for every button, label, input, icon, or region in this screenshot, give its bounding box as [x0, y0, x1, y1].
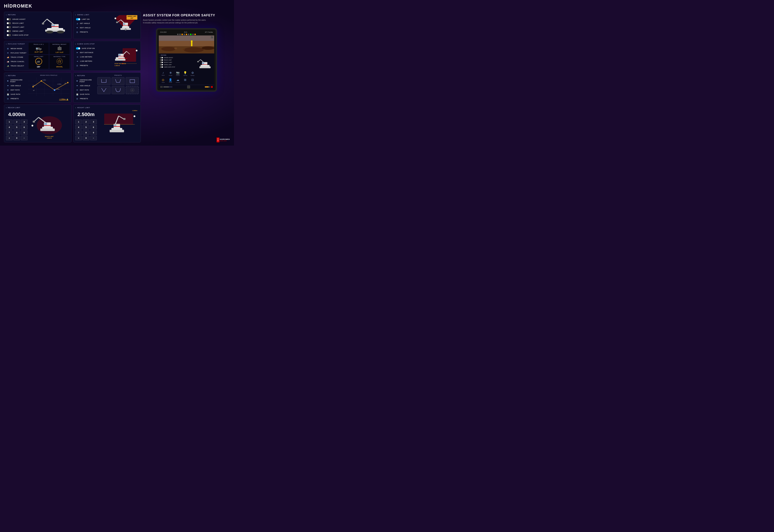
menu-add-discard-point[interactable]: ⊕ ADD/DISCARD POINT [6, 78, 27, 84]
numpad-3[interactable]: 3 [21, 120, 28, 124]
preset-btn-3[interactable] [126, 77, 139, 85]
menu-edit-distance[interactable]: ✏ EDIT DISTANCE [75, 50, 111, 55]
reach-limit-toggle[interactable] [7, 22, 11, 24]
back-arrow-presets[interactable]: ‹ [75, 75, 76, 77]
tablet-icon-extra1[interactable]: ⊞ [182, 77, 188, 84]
menu-presets-presets[interactable]: ◷ PRESETS [75, 96, 96, 101]
tablet-icon-extra2[interactable]: ⊡ [189, 77, 196, 84]
numpad-5[interactable]: 5 [13, 125, 20, 130]
preset-btn-4[interactable] [97, 86, 111, 94]
menu-save-path-presets[interactable]: 💾 SAVE PATH [75, 92, 96, 96]
tablet-icon-connect[interactable]: ☁ Connect [175, 77, 181, 84]
preset-btn-add[interactable] [126, 86, 139, 94]
menu-grade-assist[interactable]: GRADE ASSIST [6, 17, 40, 21]
bottom-icon-1[interactable] [160, 86, 163, 88]
height-numpad-0[interactable]: 0 [83, 136, 89, 140]
height-numpad-minus[interactable]: − [90, 136, 97, 140]
numpad-0[interactable]: 0 [13, 136, 20, 140]
tablet-icon-settings[interactable]: ⚙ Settings [189, 70, 196, 77]
back-arrow-cabin[interactable]: ‹ [75, 43, 76, 45]
menu-edit-path-presets[interactable]: ✏ EDIT PATH [75, 88, 96, 92]
tablet-swing-toggle[interactable] [160, 64, 163, 66]
tablet-icon-climate[interactable]: ❄ Climate [167, 70, 174, 77]
menu-truck-cancel[interactable]: 🚛 TRUCK CANCEL [6, 59, 28, 64]
safe-stop-toggle[interactable] [76, 47, 80, 49]
menu-edit-angle[interactable]: ✏ EDIT ANGLE [75, 26, 111, 30]
tablet-height-toggle[interactable] [160, 62, 163, 63]
menu-1000-meters[interactable]: ⇥ 1.000 METERS [75, 55, 111, 59]
height-numpad-2[interactable]: 2 [83, 120, 89, 124]
menu-set-angle[interactable]: ⊿ SET ANGLE [75, 21, 111, 26]
tablet-icon-assist[interactable]: ◎ Assist [160, 77, 167, 84]
back-arrow-height[interactable]: ‹ [75, 107, 76, 109]
numpad-4[interactable]: 4 [6, 125, 13, 130]
cabin-safe-toggle[interactable] [7, 34, 11, 36]
grade-assist-toggle[interactable] [7, 18, 11, 20]
numpad-2[interactable]: 2 [13, 120, 20, 124]
tablet-icon-lighting[interactable]: 💡 Lighting [182, 70, 188, 77]
back-arrow-path[interactable]: ‹ [6, 75, 7, 77]
menu-payload-target[interactable]: ✏ PAYLOAD TARGET [6, 51, 28, 55]
height-numpad-1[interactable]: 1 [75, 120, 82, 124]
tablet-grade-toggle[interactable] [160, 57, 163, 58]
height-numpad-3[interactable]: 3 [90, 120, 97, 124]
tablet-cabin-toggle[interactable] [160, 66, 163, 68]
menu-add-discard-presets[interactable]: ⊕ ADD/DISCARD POINT [75, 78, 96, 84]
presets-section-title: PRESETS [97, 75, 139, 76]
bottom-icon-home[interactable] [187, 85, 190, 88]
numpad-8[interactable]: 8 [13, 130, 20, 135]
reach-limit-svg [31, 111, 67, 136]
limit-on-label: LIMIT ON [82, 18, 90, 20]
swing-limit-toggle[interactable] [7, 30, 11, 32]
svg-point-87 [31, 125, 33, 127]
numpad-6[interactable]: 6 [21, 125, 28, 130]
tablet-icon-profile[interactable]: 👤 Profile [167, 77, 174, 84]
menu-1500-meters[interactable]: ⇥ 1.500 METERS [75, 59, 111, 63]
height-limit-toggle[interactable] [7, 26, 11, 28]
menu-edit-path[interactable]: ✏ EDIT PATH [6, 88, 27, 92]
menu-presets-swing[interactable]: ◷ PRESETS [75, 30, 111, 34]
height-numpad-9[interactable]: 9 [90, 130, 97, 135]
height-numpad-plus[interactable]: + [75, 136, 82, 140]
svg-rect-101 [159, 35, 214, 41]
menu-add-angle-presets[interactable]: ✏ ADD ANGLE [75, 84, 96, 88]
back-arrow-icon[interactable]: ‹ [6, 14, 7, 16]
menu-presets-cabin[interactable]: ◷ PRESETS [75, 63, 111, 68]
limit-on-toggle[interactable] [76, 18, 80, 20]
back-arrow-swing[interactable]: ‹ [75, 14, 76, 16]
height-numpad-6[interactable]: 6 [90, 125, 97, 130]
bottom-red-icon[interactable] [211, 86, 213, 88]
back-arrow-payload[interactable]: ‹ [6, 43, 7, 45]
height-numpad-5[interactable]: 5 [83, 125, 89, 130]
back-arrow-reach[interactable]: ‹ [6, 107, 7, 109]
menu-weigh-mode[interactable]: ⚖ WEIGH MODE [6, 46, 28, 51]
menu-cabin-safestop[interactable]: CABIN SAFE-STOP [6, 33, 40, 37]
menu-limit-on[interactable]: LIMIT ON [75, 17, 111, 21]
numpad-9[interactable]: 9 [21, 130, 28, 135]
menu-save-path[interactable]: 💾 SAVE PATH [6, 92, 27, 96]
menu-reach-limit[interactable]: REACH LIMIT [6, 21, 40, 25]
menu-truck-store[interactable]: 🚚 TRUCK STORE [6, 55, 28, 59]
numpad-7[interactable]: 7 [6, 130, 13, 135]
numpad-minus[interactable]: − [21, 136, 28, 140]
menu-safe-stop-on[interactable]: SAFE STOP ON [75, 46, 111, 50]
menu-add-angle[interactable]: ✏ ADD ANGLE [6, 84, 27, 88]
menu-truck-select[interactable]: 🚜 TRUCK SELECT [6, 64, 28, 68]
preset-btn-5[interactable] [112, 86, 125, 94]
preset-btn-2[interactable] [112, 77, 125, 85]
menu-height-limit[interactable]: HEIGHT LIMIT [6, 25, 40, 29]
presets-swing-label: PRESETS [80, 31, 88, 33]
menu-swing-limit[interactable]: SWING LIMIT [6, 29, 40, 33]
tablet-reach-toggle[interactable] [160, 59, 163, 61]
tablet-icon-media[interactable]: ♪ Media [160, 70, 167, 77]
menu-presets-path[interactable]: ◷ PRESETS [6, 96, 27, 101]
tablet-icon-camera[interactable]: 📷 Camera [175, 70, 181, 77]
lighting-icon: 💡 [183, 71, 187, 75]
height-numpad-8[interactable]: 8 [83, 130, 89, 135]
height-numpad-4[interactable]: 4 [75, 125, 82, 130]
height-numpad-7[interactable]: 7 [75, 130, 82, 135]
numpad-1[interactable]: 1 [6, 120, 13, 124]
numpad-plus[interactable]: + [6, 136, 13, 140]
preset-btn-1[interactable] [97, 77, 111, 85]
tablet-back-arrow[interactable]: ‹ [160, 55, 160, 56]
